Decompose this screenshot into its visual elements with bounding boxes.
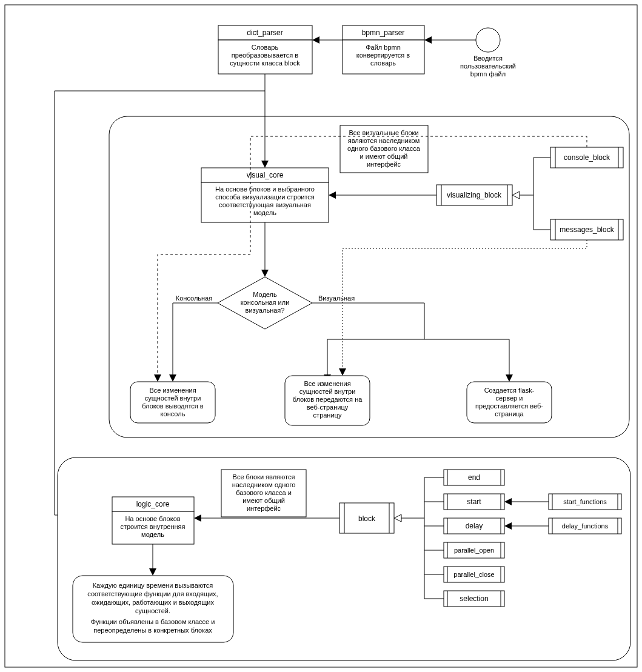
logic-core-node: logic_core На основе блоков строится вну… — [112, 497, 194, 544]
svg-text:Создается flask-: Создается flask- — [484, 387, 535, 394]
svg-text:соответствующие функции для вх: соответствующие функции для входящих, — [87, 590, 218, 597]
svg-text:На основе блоков: На основе блоков — [125, 515, 180, 522]
visual-core-node: visual_core На основе блоков и выбранног… — [201, 168, 329, 222]
visualizing-block-label: visualizing_block — [447, 191, 502, 199]
outcome-flask: Создается flask- сервер и предоставляетс… — [467, 382, 552, 423]
svg-text:Функции объявлены в базовом кл: Функции объявлены в базовом классе и — [91, 618, 215, 625]
start-caption: Вводится — [473, 55, 503, 62]
logic-note: Все блоки являются наследником одного ба… — [221, 470, 306, 517]
bpmn-parser-desc: Файл bpmn — [366, 44, 401, 51]
messages-block-node: messages_block — [550, 219, 623, 240]
svg-text:интерфейс: интерфейс — [367, 161, 401, 168]
block-node: block — [339, 503, 394, 533]
svg-text:страницу: страницу — [313, 411, 342, 419]
block-end-label: end — [468, 473, 480, 482]
svg-text:одного базового класса: одного базового класса — [347, 145, 421, 152]
svg-text:переопределены в конкретных бл: переопределены в конкретных блоках — [93, 627, 212, 634]
block-start-label: start — [467, 497, 481, 506]
block-selection-label: selection — [460, 594, 488, 603]
svg-text:Все блоки являются: Все блоки являются — [233, 473, 295, 481]
svg-text:интерфейс: интерфейс — [247, 505, 281, 512]
console-block-node: console_block — [550, 147, 623, 168]
svg-text:модель: модель — [141, 531, 164, 538]
svg-text:ожидающих, работающих и выходя: ожидающих, работающих и выходящих — [92, 599, 214, 606]
visual-core-desc: На основе блоков и выбранного — [215, 185, 315, 193]
svg-text:строится внутренняя: строится внутренняя — [120, 523, 185, 530]
dict-parser-desc: Словарь — [252, 44, 279, 51]
logic-result-node: Каждую единицу времени вызываются соотве… — [73, 576, 233, 642]
messages-block-label: messages_block — [560, 225, 614, 234]
svg-text:сущностей внутри: сущностей внутри — [299, 388, 356, 395]
delay-functions-label: delay_functions — [562, 522, 609, 530]
visual-core-title: visual_core — [247, 171, 284, 179]
svg-text:консоль: консоль — [161, 410, 186, 418]
block-label: block — [358, 514, 376, 523]
svg-text:сервер и: сервер и — [496, 394, 523, 402]
dict-parser-desc: преобразовывается в — [232, 52, 299, 59]
svg-text:базового класса и: базового класса и — [236, 489, 292, 496]
visual-core-desc: соответствующая визуальная — [219, 201, 311, 208]
svg-text:блоков передаются на: блоков передаются на — [293, 396, 363, 403]
block-parallel-close-label: parallel_close — [453, 571, 494, 578]
start-functions-label: start_functions — [563, 498, 607, 505]
delay-functions-node: delay_functions — [549, 518, 621, 534]
dict-parser-desc: сущности класса block — [230, 59, 300, 67]
svg-text:веб-страницу: веб-страницу — [307, 404, 349, 411]
logic-core-title: logic_core — [136, 500, 170, 508]
decision-left-label: Консольная — [176, 294, 212, 302]
svg-text:блоков выводятся в: блоков выводятся в — [142, 402, 204, 410]
svg-text:консольная или: консольная или — [241, 299, 290, 306]
start-functions-node: start_functions — [549, 494, 621, 510]
console-block-label: console_block — [564, 153, 610, 162]
visual-core-desc: способа визуализации строится — [215, 193, 315, 201]
outcome-web: Все изменения сущностей внутри блоков пе… — [285, 376, 370, 425]
outcome-console: Все изменения сущностей внутри блоков вы… — [130, 382, 215, 423]
svg-text:имеют общий: имеют общий — [242, 497, 285, 504]
svg-text:Каждую единицу времени вызываю: Каждую единицу времени вызываются — [93, 582, 213, 589]
svg-text:сущностей внутри: сущностей внутри — [145, 394, 201, 402]
svg-text:визуальная?: визуальная? — [246, 307, 285, 314]
start-caption: пользовательский — [460, 62, 516, 70]
bpmn-parser-node: bpmn_parser Файл bpmn конвертируется в с… — [343, 25, 424, 74]
svg-text:Все изменения: Все изменения — [149, 387, 196, 394]
bpmn-parser-desc: конвертируется в — [356, 52, 410, 59]
svg-text:сущностей.: сущностей. — [135, 607, 170, 614]
start-event — [476, 28, 500, 52]
svg-text:и имеют общий: и имеют общий — [360, 153, 408, 160]
start-caption: bpmn файл — [470, 70, 506, 78]
dict-parser-node: dict_parser Словарь преобразовывается в … — [218, 25, 312, 74]
decision-right-label: Визуальная — [318, 294, 355, 302]
visual-core-desc: модель — [253, 209, 276, 216]
bpmn-parser-title: bpmn_parser — [362, 28, 405, 37]
svg-text:предоставляется веб-: предоставляется веб- — [475, 402, 543, 410]
diagram-canvas: Вводится пользовательский bpmn файл bpmn… — [0, 0, 642, 672]
dict-parser-title: dict_parser — [247, 28, 283, 37]
svg-text:Модель: Модель — [253, 291, 277, 298]
svg-text:страница: страница — [495, 410, 524, 418]
svg-text:Все визуальные блоки: Все визуальные блоки — [349, 129, 418, 136]
block-delay-label: delay — [466, 522, 483, 530]
bpmn-parser-desc: словарь — [370, 59, 396, 67]
visual-note: Все визуальные блоки являются наследнико… — [340, 125, 428, 173]
block-parallel-open-label: parallel_open — [454, 547, 494, 554]
svg-text:являются наследником: являются наследником — [348, 137, 420, 144]
svg-text:Все изменения: Все изменения — [304, 380, 350, 387]
svg-text:наследником одного: наследником одного — [232, 481, 296, 488]
visualizing-block-node: visualizing_block — [436, 185, 512, 205]
